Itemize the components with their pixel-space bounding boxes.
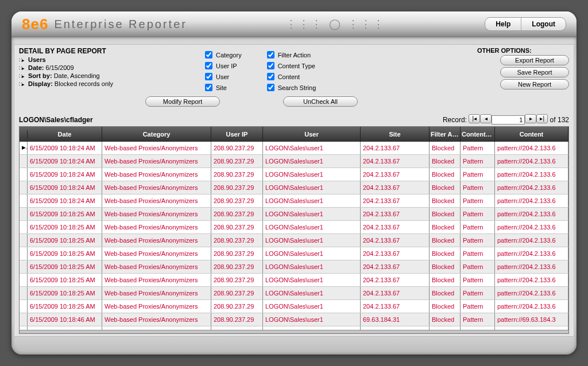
table-row[interactable]: 6/15/2009 10:18:47 AMWeb-based Proxies/A… bbox=[20, 326, 568, 330]
checkbox-input[interactable] bbox=[267, 73, 274, 80]
col-filter-action[interactable]: Filter Action bbox=[430, 127, 461, 142]
table-row[interactable]: 6/15/2009 10:18:24 AMWeb-based Proxies/A… bbox=[20, 181, 568, 194]
cell-cat: Web-based Proxies/Anonymizers bbox=[102, 208, 211, 220]
app-frame: 8e6 Enterprise Reporter ⋮⋮⋮ ◯ ⋮⋮⋮ Help L… bbox=[11, 11, 577, 355]
other-options: OTHER OPTIONS: Export Report Save Report… bbox=[477, 47, 569, 91]
table-row[interactable]: 6/15/2009 10:18:25 AMWeb-based Proxies/A… bbox=[20, 221, 568, 234]
cell-ip: 208.90.237.29 bbox=[211, 181, 263, 194]
table-row[interactable]: 6/15/2009 10:18:24 AMWeb-based Proxies/A… bbox=[20, 155, 568, 168]
table-row[interactable]: 6/15/2009 10:18:25 AMWeb-based Proxies/A… bbox=[20, 274, 568, 287]
table-row[interactable]: 6/15/2009 10:18:46 AMWeb-based Proxies/A… bbox=[20, 313, 568, 326]
checkbox-input[interactable] bbox=[205, 84, 212, 91]
cell-fa: Blocked bbox=[430, 326, 461, 330]
cell-cat: Web-based Proxies/Anonymizers bbox=[102, 194, 211, 207]
checkbox-user-ip[interactable]: User IP bbox=[203, 60, 242, 71]
checkbox-input[interactable] bbox=[267, 51, 274, 59]
cell-ct: Pattern bbox=[461, 313, 495, 326]
scroll-right-icon[interactable]: ▸ bbox=[560, 332, 568, 334]
mid-buttons: Modify Report UnCheck All bbox=[145, 96, 569, 108]
nav-next-button[interactable]: ▸ bbox=[525, 114, 536, 123]
col-date[interactable]: Date bbox=[28, 127, 102, 142]
record-label: Record: bbox=[443, 116, 467, 124]
cell-ptr bbox=[20, 221, 28, 233]
table-row[interactable]: 6/15/2009 10:18:25 AMWeb-based Proxies/A… bbox=[20, 260, 568, 274]
nav-prev-button[interactable]: ◂ bbox=[480, 114, 492, 123]
col-userip[interactable]: User IP bbox=[211, 127, 263, 142]
checkbox-label: Category bbox=[216, 50, 242, 60]
cell-date: 6/15/2009 10:18:25 AM bbox=[28, 208, 102, 220]
bullet-icon: ∷▸ bbox=[19, 57, 28, 63]
checkbox-input[interactable] bbox=[267, 62, 274, 69]
uncheck-all-button[interactable]: UnCheck All bbox=[283, 96, 358, 107]
cell-fa: Blocked bbox=[430, 181, 461, 194]
cell-ip: 208.90.237.29 bbox=[211, 300, 263, 313]
save-report-button[interactable]: Save Report bbox=[500, 67, 569, 77]
cell-ptr bbox=[20, 155, 28, 168]
cell-content: pattern://204.2.133.6 bbox=[495, 300, 568, 313]
logout-button[interactable]: Logout bbox=[521, 18, 566, 30]
checkbox-label: Search String bbox=[278, 83, 316, 92]
cell-cat: Web-based Proxies/Anonymizers bbox=[102, 260, 211, 273]
cell-ct: Pattern bbox=[461, 274, 495, 286]
cell-fa: Blocked bbox=[430, 287, 461, 299]
cell-site: 204.2.133.67 bbox=[361, 155, 430, 168]
horizontal-scrollbar[interactable]: ◂ ▸ bbox=[20, 330, 568, 334]
col-user[interactable]: User bbox=[263, 127, 361, 142]
table-row[interactable]: ▶6/15/2009 10:18:24 AMWeb-based Proxies/… bbox=[20, 142, 568, 155]
cell-ptr bbox=[20, 234, 28, 247]
help-button[interactable]: Help bbox=[485, 18, 521, 30]
checkbox-input[interactable] bbox=[205, 62, 212, 69]
cell-user: LOGON\Sales\user1 bbox=[263, 313, 361, 326]
cell-site: 204.2.133.67 bbox=[361, 274, 430, 286]
new-report-button[interactable]: New Report bbox=[500, 79, 569, 89]
table-row[interactable]: 6/15/2009 10:18:24 AMWeb-based Proxies/A… bbox=[20, 194, 568, 208]
checkbox-user[interactable]: User bbox=[203, 71, 242, 82]
cell-content: pattern://204.2.133.6 bbox=[495, 221, 568, 233]
record-input[interactable] bbox=[492, 115, 525, 124]
checkbox-category[interactable]: Category bbox=[203, 49, 242, 60]
cell-content: pattern://69.63.184.3 bbox=[495, 313, 568, 326]
checkbox-filter-action[interactable]: Filter Action bbox=[265, 49, 316, 60]
nav-first-button[interactable]: |◂ bbox=[469, 114, 480, 123]
checkbox-input[interactable] bbox=[205, 73, 212, 80]
cell-content: pattern://204.2.133.6 bbox=[495, 155, 568, 168]
checkbox-search-string[interactable]: Search String bbox=[265, 82, 316, 93]
cell-fa: Blocked bbox=[430, 313, 461, 326]
cell-user: LOGON\Sales\user1 bbox=[263, 181, 361, 194]
modify-report-button[interactable]: Modify Report bbox=[145, 96, 220, 107]
table-row[interactable]: 6/15/2009 10:18:25 AMWeb-based Proxies/A… bbox=[20, 234, 568, 247]
cell-fa: Blocked bbox=[430, 142, 461, 154]
cell-content: pattern://204.2.133.6 bbox=[495, 274, 568, 286]
report-info: DETAIL BY PAGE REPORT ∷▸Users ∷▸Date: 6/… bbox=[19, 47, 203, 87]
table-row[interactable]: 6/15/2009 10:18:25 AMWeb-based Proxies/A… bbox=[20, 287, 568, 300]
col-content-type[interactable]: Content Type bbox=[461, 127, 495, 142]
checkbox-content[interactable]: Content bbox=[265, 71, 316, 82]
nav-last-button[interactable]: ▸| bbox=[536, 114, 548, 123]
scroll-left-icon[interactable]: ◂ bbox=[20, 332, 28, 334]
date-value: 6/15/2009 bbox=[46, 64, 74, 71]
cell-ptr bbox=[20, 300, 28, 313]
table-row[interactable]: 6/15/2009 10:18:25 AMWeb-based Proxies/A… bbox=[20, 247, 568, 260]
checkbox-input[interactable] bbox=[267, 84, 274, 91]
cell-date: 6/15/2009 10:18:25 AM bbox=[28, 247, 102, 260]
grid-body[interactable]: ▶6/15/2009 10:18:24 AMWeb-based Proxies/… bbox=[20, 142, 568, 330]
cell-date: 6/15/2009 10:18:24 AM bbox=[28, 168, 102, 181]
table-row[interactable]: 6/15/2009 10:18:25 AMWeb-based Proxies/A… bbox=[20, 208, 568, 221]
cell-ct: Pattern bbox=[461, 168, 495, 181]
table-row[interactable]: 6/15/2009 10:18:25 AMWeb-based Proxies/A… bbox=[20, 300, 568, 313]
checkbox-content-type[interactable]: Content Type bbox=[265, 60, 316, 71]
checkbox-label: User bbox=[216, 72, 229, 81]
checkbox-label: Content bbox=[278, 72, 300, 81]
cell-ip: 208.90.237.29 bbox=[211, 221, 263, 233]
col-content[interactable]: Content bbox=[495, 127, 568, 142]
table-row[interactable]: 6/15/2009 10:18:24 AMWeb-based Proxies/A… bbox=[20, 168, 568, 181]
cell-cat: Web-based Proxies/Anonymizers bbox=[102, 287, 211, 299]
col-site[interactable]: Site bbox=[361, 127, 430, 142]
cell-user: LOGON\Sales\user1 bbox=[263, 168, 361, 181]
checkbox-site[interactable]: Site bbox=[203, 82, 242, 93]
col-category[interactable]: Category bbox=[102, 127, 211, 142]
checkbox-input[interactable] bbox=[205, 51, 212, 59]
cell-fa: Blocked bbox=[430, 247, 461, 260]
results-grid: Date Category User IP User Site Filter A… bbox=[19, 126, 569, 334]
export-report-button[interactable]: Export Report bbox=[500, 55, 569, 65]
